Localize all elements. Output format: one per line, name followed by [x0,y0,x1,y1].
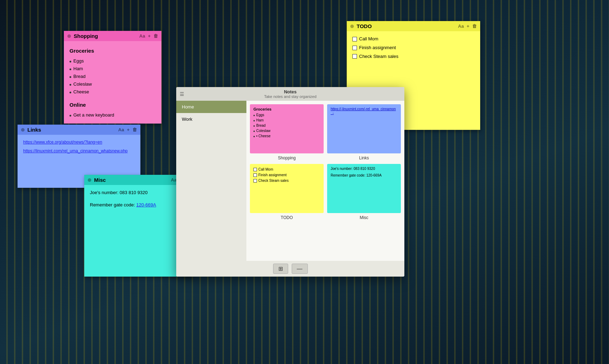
grocery-item-ham: Ham [69,65,156,73]
card-misc-phone: Joe's number: 083 810 9320 [331,167,397,171]
todo-label-call-mom: Call Mom [359,35,378,43]
notes-titlebar: ☰ Notes Take notes and stay organized [176,87,404,101]
notes-remove-btn[interactable]: — [292,264,308,274]
grocery-item-coleslaw: Coleslaw [69,80,156,88]
card-shopping-label: Shopping [250,155,324,160]
shopping-add-btn[interactable]: + [148,33,151,39]
sidebar-item-work[interactable]: Work [176,113,246,125]
todo-label-finish-assignment: Finish assignment [359,44,396,52]
online-item-keyboard: Get a new keyboard [69,111,156,119]
links-add-btn[interactable]: + [127,127,130,132]
misc-title: Misc [94,177,171,183]
note-card-links-inner: https://-linuxmint.com/-rel_uma_cinnamon… [327,104,401,153]
links-delete-btn[interactable]: 🗑 [132,127,137,132]
card-ham: Ham [253,118,320,123]
todo-fontsize-btn[interactable]: Aa [458,24,464,29]
todo-actions: Aa + 🗑 [458,24,477,29]
note-card-shopping-inner: Groceries Eggs Ham Bread Coleslaw • Chee… [250,104,324,153]
note-card-todo-inner: Call Mom Finish assignment Check Steam s… [250,164,324,213]
card-link-1[interactable]: https://-linuxmint.com/-rel_uma_cinnamon… [331,107,397,115]
checkbox-check-steam[interactable] [352,54,357,59]
notes-grid: Groceries Eggs Ham Bread Coleslaw • Chee… [250,104,401,220]
checkbox-finish-assignment[interactable] [352,46,357,50]
todo-note-header: TODO Aa + 🗑 [347,21,480,31]
shopping-body: Groceries Eggs Ham Bread Coleslaw Cheese… [64,41,161,124]
card-cheese: • Cheese [253,133,320,139]
notes-add-btn[interactable]: ⊞ [273,264,288,274]
groceries-section-title: Groceries [69,47,156,55]
links-title: Links [27,127,118,133]
link-linuxmint[interactable]: https://linuxmint.com/rel_uma_cinnamon_w… [23,148,135,154]
misc-fontsize-btn[interactable]: Aa [171,177,177,183]
notes-menu-icon[interactable]: ☰ [180,91,184,97]
links-actions: Aa + 🗑 [118,127,137,132]
grocery-item-bread: Bread [69,73,156,80]
todo-label-check-steam: Check Steam sales [359,53,398,60]
card-todo-steam: Check Steam sales [253,178,320,184]
links-fontsize-btn[interactable]: Aa [118,127,124,132]
note-card-misc-inner: Joe's number: 083 810 9320 Remember gate… [327,164,401,213]
notes-app-window: ☰ Notes Take notes and stay organized Ho… [176,87,404,277]
notes-sidebar: Home Work [176,101,246,261]
todo-item-finish-assignment: Finish assignment [352,44,475,52]
links-dot [21,128,25,132]
card-misc-gate: Remember gate code: 120-669A [331,173,397,177]
checkbox-call-mom[interactable] [352,37,357,41]
card-coleslaw: Coleslaw [253,128,320,133]
todo-title: TODO [357,23,458,29]
shopping-title: Shopping [74,33,139,39]
card-links-label: Links [327,155,401,160]
todo-item-call-mom: Call Mom [352,35,475,43]
todo-delete-btn[interactable]: 🗑 [472,24,477,29]
card-todo-call-mom: Call Mom [253,167,320,172]
grocery-item-eggs: Eggs [69,57,156,65]
notes-content: Groceries Eggs Ham Bread Coleslaw • Chee… [246,101,404,261]
shopping-actions: Aa + 🗑 [139,33,158,39]
notes-footer: ⊞ — [176,261,404,277]
shopping-dot [67,34,71,38]
links-note-header: Links Aa + 🗑 [18,125,140,135]
shopping-fontsize-btn[interactable]: Aa [139,33,145,39]
misc-phone: Joe's number: 083 810 9320 [90,189,187,197]
card-groceries-title: Groceries [253,107,320,111]
todo-item-check-steam: Check Steam sales [352,53,475,60]
notes-app-title: Notes [178,89,402,94]
card-todo-finish: Finish assignment [253,172,320,178]
misc-dot [88,178,91,182]
online-section-title: Online [69,101,156,109]
card-eggs: Eggs [253,112,320,118]
grocery-item-cheese: Cheese [69,88,156,96]
gate-code-link[interactable]: 120-669A [136,202,156,207]
shopping-note: Shopping Aa + 🗑 Groceries Eggs Ham Bread… [64,31,161,124]
note-card-shopping[interactable]: Groceries Eggs Ham Bread Coleslaw • Chee… [250,104,324,160]
note-card-misc[interactable]: Joe's number: 083 810 9320 Remember gate… [327,164,401,220]
notes-app-body: Home Work Groceries Eggs Ham Bread Coles… [176,101,404,261]
card-bread: Bread [253,123,320,128]
misc-gate: Remember gate code: 120-669A [90,201,187,209]
todo-dot [350,25,354,28]
card-misc-label: Misc [327,215,401,220]
sidebar-item-home[interactable]: Home [176,101,246,113]
link-xfce[interactable]: https://www.xfce.org/about/news/?lang=en [23,139,135,146]
note-card-links[interactable]: https://-linuxmint.com/-rel_uma_cinnamon… [327,104,401,160]
notes-app-subtitle: Take notes and stay organized [178,94,402,99]
card-todo-label: TODO [250,215,324,220]
shopping-delete-btn[interactable]: 🗑 [153,33,158,39]
shopping-note-header: Shopping Aa + 🗑 [64,31,161,41]
todo-add-btn[interactable]: + [466,24,469,29]
note-card-todo[interactable]: Call Mom Finish assignment Check Steam s… [250,164,324,220]
